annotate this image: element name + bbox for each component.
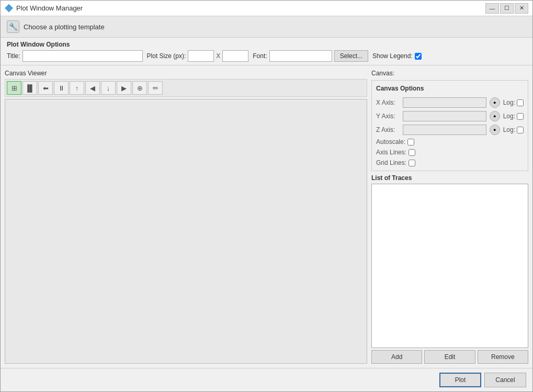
title-bar: Plot Window Manager — ☐ ✕ [1, 1, 532, 16]
canvas-options-panel: Canvas Options X Axis: ● Log: Y Axis: ● [371, 80, 528, 171]
select-font-button[interactable]: Select... [334, 50, 368, 62]
toolbar-zoom-btn[interactable]: ⊕ [132, 81, 147, 95]
app-icon [5, 4, 13, 13]
bottom-bar: Plot Cancel [1, 368, 532, 391]
toolbar-grid-btn[interactable]: ⊞ [7, 81, 21, 95]
autoscale-label: Autoscale: [376, 138, 405, 145]
axis-lines-checkbox[interactable] [409, 149, 415, 156]
header-section: 🔧 Choose a plotting template [1, 16, 532, 38]
size-separator: X [216, 52, 220, 60]
y-log-label: Log: [503, 113, 515, 120]
toolbar-up-btn[interactable]: ↑ [70, 81, 84, 95]
plot-window-manager: Plot Window Manager — ☐ ✕ 🔧 Choose a plo… [0, 0, 533, 392]
template-icon: 🔧 [7, 20, 19, 33]
axis-lines-label: Axis Lines: [376, 149, 406, 156]
legend-group: Show Legend: [372, 52, 422, 60]
close-button[interactable]: ✕ [515, 3, 528, 14]
grid-lines-checkbox[interactable] [409, 160, 415, 166]
canvas-drawing-area [5, 99, 367, 364]
plot-options-section: Plot Window Options Title: Plot Size (px… [1, 38, 532, 65]
canvas-header-label: Canvas: [371, 70, 528, 77]
autoscale-row: Autoscale: [376, 138, 524, 145]
traces-buttons: Add Edit Remove [371, 350, 528, 364]
edit-trace-button[interactable]: Edit [424, 350, 475, 364]
traces-list [371, 184, 528, 348]
font-input[interactable] [269, 50, 332, 62]
grid-lines-label: Grid Lines: [376, 159, 406, 166]
font-field-group: Font: Select... [253, 50, 368, 62]
toolbar-right-btn[interactable]: ▶ [117, 81, 131, 95]
z-axis-label: Z Axis: [376, 126, 400, 133]
z-log-checkbox[interactable] [517, 127, 524, 133]
cancel-button[interactable]: Cancel [484, 373, 526, 387]
header-text: Choose a plotting template [24, 23, 105, 31]
toolbar-left-btn[interactable]: ◀ [85, 81, 100, 95]
z-log-label: Log: [503, 126, 515, 133]
z-axis-row: Z Axis: ● Log: [376, 125, 524, 135]
grid-lines-row: Grid Lines: [376, 159, 524, 166]
title-input[interactable] [22, 50, 143, 62]
remove-trace-button[interactable]: Remove [478, 350, 528, 364]
toolbar-pause-btn[interactable]: ⏸ [54, 81, 69, 95]
minimize-button[interactable]: — [485, 3, 499, 14]
maximize-button[interactable]: ☐ [500, 3, 514, 14]
canvas-toolbar: ⊞ ▐▌ ⬅ ⏸ ↑ ◀ ↓ ▶ ⊕ ✏ [5, 79, 367, 97]
z-axis-circle-btn[interactable]: ● [490, 125, 500, 135]
window-title: Plot Window Manager [16, 4, 83, 12]
y-axis-input[interactable] [403, 111, 486, 121]
toolbar-arrow-left-btn[interactable]: ⬅ [38, 81, 53, 95]
main-area: Canvas Viewer ⊞ ▐▌ ⬅ ⏸ ↑ ◀ ↓ ▶ ⊕ ✏ Canva… [1, 65, 532, 368]
title-bar-controls: — ☐ ✕ [485, 3, 528, 14]
traces-section: List of Traces Add Edit Remove [371, 174, 528, 364]
autoscale-checkbox[interactable] [407, 139, 414, 145]
size-y-input[interactable] [222, 50, 248, 62]
axis-lines-row: Axis Lines: [376, 149, 524, 156]
toolbar-down-btn[interactable]: ↓ [101, 81, 116, 95]
title-bar-left: Plot Window Manager [5, 4, 83, 13]
y-axis-label: Y Axis: [376, 113, 400, 120]
y-axis-row: Y Axis: ● Log: [376, 111, 524, 121]
x-log-label: Log: [503, 99, 515, 106]
y-axis-circle-btn[interactable]: ● [490, 111, 500, 121]
y-log-checkbox[interactable] [517, 113, 524, 120]
font-label: Font: [253, 52, 267, 60]
right-panel: Canvas: Canvas Options X Axis: ● Log: Y … [371, 70, 528, 364]
toolbar-pencil-btn[interactable]: ✏ [148, 81, 163, 95]
canvas-options-title: Canvas Options [376, 85, 524, 92]
x-axis-label: X Axis: [376, 99, 400, 106]
canvas-viewer-title: Canvas Viewer [5, 70, 367, 77]
plot-button[interactable]: Plot [439, 373, 481, 387]
toolbar-bar-btn[interactable]: ▐▌ [22, 81, 37, 95]
size-label: Plot Size (px): [147, 52, 186, 60]
legend-checkbox[interactable] [415, 53, 422, 60]
size-x-input[interactable] [188, 50, 214, 62]
x-axis-row: X Axis: ● Log: [376, 97, 524, 108]
x-log-checkbox[interactable] [517, 99, 524, 106]
title-field-group: Title: [7, 50, 143, 62]
size-field-group: Plot Size (px): X [147, 50, 249, 62]
x-axis-circle-btn[interactable]: ● [490, 97, 500, 108]
plot-options-label: Plot Window Options [7, 41, 524, 48]
traces-title: List of Traces [371, 174, 528, 182]
title-label: Title: [7, 52, 20, 60]
canvas-panel: Canvas Viewer ⊞ ▐▌ ⬅ ⏸ ↑ ◀ ↓ ▶ ⊕ ✏ [5, 70, 367, 364]
x-axis-input[interactable] [403, 97, 486, 108]
z-axis-input[interactable] [403, 125, 486, 135]
legend-label: Show Legend: [372, 52, 413, 60]
add-trace-button[interactable]: Add [371, 350, 422, 364]
